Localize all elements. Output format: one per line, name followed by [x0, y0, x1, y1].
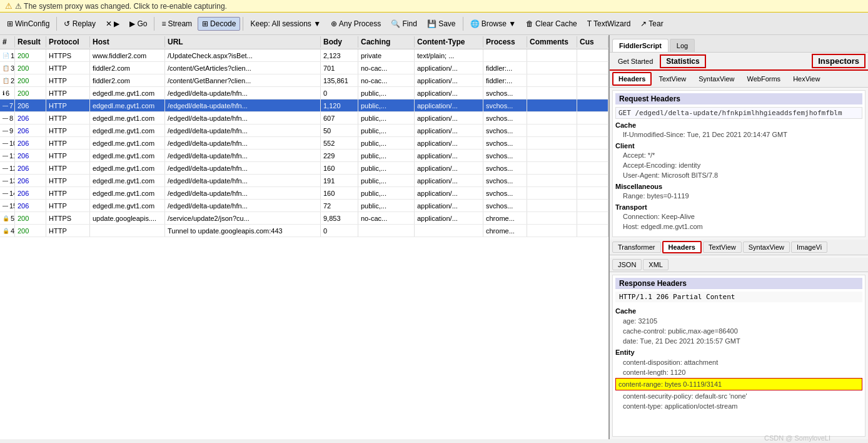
table-row[interactable]: —14206HTTPedgedl.me.gvt1.com/edgedl/delt…: [0, 187, 608, 200]
decode-button[interactable]: ⊞ Decode: [198, 17, 240, 31]
table-row[interactable]: —13206HTTPedgedl.me.gvt1.com/edgedl/delt…: [0, 175, 608, 187]
table-row[interactable]: —9206HTTPedgedl.me.gvt1.com/edgedl/delta…: [0, 125, 608, 137]
table-row[interactable]: —10206HTTPedgedl.me.gvt1.com/edgedl/delt…: [0, 137, 608, 150]
table-cell: svchos...: [483, 99, 527, 111]
tab-hexview[interactable]: HexView: [787, 72, 825, 86]
table-row[interactable]: 📋2200HTTPfiddler2.com/content/GetBanner?…: [0, 74, 608, 87]
table-row[interactable]: ℹ6200HTTPedgedl.me.gvt1.com/edgedl/delta…: [0, 87, 608, 99]
table-cell: /edgedl/delta-update/hfn...: [165, 162, 321, 174]
table-cell: edgedl.me.gvt1.com: [90, 137, 165, 149]
row-icon: 📋: [3, 65, 9, 71]
remove-button[interactable]: ✕ ▶: [101, 17, 124, 31]
table-row[interactable]: —8206HTTPedgedl.me.gvt1.com/edgedl/delta…: [0, 112, 608, 125]
process-button[interactable]: ⊕ Any Process: [326, 17, 385, 31]
tab-textview-req[interactable]: TextView: [653, 72, 692, 86]
table-cell: —14: [0, 187, 15, 199]
table-cell: /content/GetArticles?clien...: [165, 62, 321, 74]
tab-xml[interactable]: XML: [643, 259, 669, 270]
tab-transformer[interactable]: Transformer: [612, 242, 661, 253]
sep3: [243, 17, 243, 31]
table-row[interactable]: 📄1200HTTPSwww.fiddler2.com/UpdateCheck.a…: [0, 49, 608, 62]
table-row[interactable]: —12206HTTPedgedl.me.gvt1.com/edgedl/delt…: [0, 162, 608, 175]
table-cell: [527, 212, 577, 224]
col-url: URL: [165, 36, 321, 48]
table-cell: 206: [15, 150, 46, 161]
clearcache-button[interactable]: 🗑 Clear Cache: [522, 17, 582, 31]
table-header: # Result Protocol Host URL Body Caching …: [0, 35, 608, 49]
textwizard-button[interactable]: T TextWizard: [583, 17, 635, 31]
table-cell: 160: [321, 162, 358, 174]
table-row[interactable]: 🔒5200HTTPSupdate.googleapis..../service/…: [0, 212, 608, 225]
table-cell: 2,123: [321, 49, 358, 61]
replay-button[interactable]: ↺ Replay: [59, 17, 100, 31]
col-contenttype: Content-Type: [415, 36, 483, 48]
tab-webforms[interactable]: WebForms: [742, 72, 787, 86]
table-cell: public,...: [358, 112, 415, 124]
table-row[interactable]: 🔒4200HTTPTunnel to update.googleapis.com…: [0, 225, 608, 237]
save-button[interactable]: 💾 Save: [423, 17, 460, 31]
table-cell: private: [358, 49, 415, 61]
tab-json[interactable]: JSON: [612, 259, 642, 270]
table-cell: —7: [0, 99, 15, 111]
table-cell: [577, 112, 608, 124]
tab-imagevi[interactable]: ImageVi: [791, 242, 827, 253]
script-tabbar: FiddlerScript Log: [610, 35, 868, 53]
table-cell: edgedl.me.gvt1.com: [90, 200, 165, 211]
row-icon: —: [3, 153, 8, 159]
table-row[interactable]: —15206HTTPedgedl.me.gvt1.com/edgedl/delt…: [0, 200, 608, 212]
table-cell: [577, 225, 608, 237]
table-row[interactable]: 📋3200HTTPfiddler2.com/content/GetArticle…: [0, 62, 608, 74]
tab-fiddlerscript[interactable]: FiddlerScript: [612, 39, 669, 52]
stream-button[interactable]: ≡ Stream: [157, 17, 196, 31]
table-cell: 206: [15, 99, 46, 111]
table-row[interactable]: —11206HTTPedgedl.me.gvt1.com/edgedl/delt…: [0, 150, 608, 162]
table-cell: 191: [321, 175, 358, 186]
tab-log[interactable]: Log: [670, 39, 695, 52]
row-icon: —: [3, 140, 8, 146]
sep2: [154, 17, 154, 31]
row-icon: —: [3, 190, 8, 196]
browse-button[interactable]: 🌐 Browse ▼: [466, 17, 521, 31]
tab-getstarted[interactable]: Get Started: [612, 55, 659, 68]
response-headers-title: Response Headers: [615, 278, 862, 289]
table-cell: [358, 225, 415, 237]
table-cell: /edgedl/delta-update/hfn...: [165, 112, 321, 124]
table-cell: [527, 87, 577, 99]
row-icon: 🔒: [3, 215, 9, 222]
table-cell: public,...: [358, 125, 415, 136]
col-result: Result: [15, 36, 46, 48]
winconfig-button[interactable]: ⊞ WinConfig: [3, 17, 54, 31]
response-group-title: Cache: [615, 307, 862, 315]
table-cell: /edgedl/delta-update/hfn...: [165, 99, 321, 111]
tab-headers[interactable]: Headers: [612, 72, 652, 86]
response-item: date: Tue, 21 Dec 2021 20:15:57 GMT: [615, 336, 862, 346]
col-id: #: [0, 36, 15, 48]
table-cell: [577, 200, 608, 211]
request-headers-title: Request Headers: [615, 93, 862, 104]
table-cell: fiddler2.com: [90, 62, 165, 74]
row-icon: —: [3, 103, 8, 109]
table-cell: HTTP: [46, 62, 90, 74]
tab-syntaxview-req[interactable]: SyntaxView: [693, 72, 740, 86]
table-cell: no-cac...: [358, 74, 415, 86]
inspectors-label[interactable]: Inspectors: [812, 54, 865, 68]
col-body: Body: [321, 36, 358, 48]
find-button[interactable]: 🔍 Find: [386, 17, 421, 31]
tab-syntaxview-resp[interactable]: SyntaxView: [743, 242, 790, 253]
keep-button[interactable]: Keep: All sessions ▼: [246, 17, 325, 31]
table-cell: application/...: [415, 112, 483, 124]
table-cell: public,...: [358, 99, 415, 111]
table-row[interactable]: —7206HTTPedgedl.me.gvt1.com/edgedl/delta…: [0, 99, 608, 112]
table-cell: svchos...: [483, 112, 527, 124]
table-cell: application/...: [415, 212, 483, 224]
table-cell: ℹ6: [0, 87, 15, 99]
tab-textview-resp[interactable]: TextView: [703, 242, 742, 253]
statistics-label[interactable]: Statistics: [660, 54, 705, 68]
sessions-panel: # Result Protocol Host URL Body Caching …: [0, 35, 610, 439]
table-cell: 206: [15, 112, 46, 124]
tab-headers-resp[interactable]: Headers: [662, 241, 702, 253]
request-item: Accept-Encoding: identity: [615, 160, 862, 170]
table-cell: 200: [15, 49, 46, 61]
tear-button[interactable]: ↗ Tear: [636, 17, 667, 31]
go-button[interactable]: ▶ Go: [125, 17, 151, 31]
